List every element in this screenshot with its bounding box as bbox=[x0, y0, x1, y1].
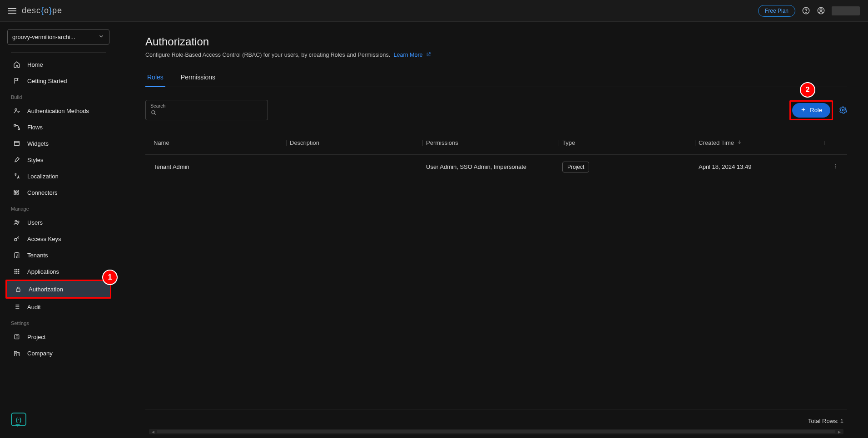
search-label: Search bbox=[150, 103, 263, 108]
apps-icon bbox=[13, 267, 21, 276]
svg-point-27 bbox=[835, 167, 836, 168]
page-subtitle-text: Configure Role-Based Access Control (RBA… bbox=[145, 52, 390, 58]
total-rows: Total Rows: 1 bbox=[145, 409, 847, 429]
tab-roles[interactable]: Roles bbox=[145, 69, 165, 87]
callout-badge-2: 2 bbox=[800, 82, 815, 98]
user-name-pill[interactable] bbox=[832, 6, 860, 15]
th-name[interactable]: Name bbox=[150, 135, 286, 151]
svg-point-4 bbox=[15, 108, 17, 110]
sidebar-item-company[interactable]: Company bbox=[5, 345, 111, 361]
sidebar-item-label: Authentication Methods bbox=[27, 108, 89, 114]
help-icon[interactable] bbox=[802, 6, 810, 15]
svg-point-10 bbox=[18, 221, 19, 222]
learn-more-link[interactable]: Learn More bbox=[394, 52, 423, 58]
td-type: Project bbox=[559, 161, 695, 173]
tabs: Roles Permissions bbox=[145, 69, 847, 87]
svg-rect-13 bbox=[16, 269, 18, 271]
svg-rect-15 bbox=[15, 271, 16, 272]
sidebar-item-label: Connectors bbox=[27, 189, 57, 196]
svg-rect-6 bbox=[14, 125, 15, 126]
account-icon[interactable] bbox=[817, 6, 825, 15]
th-type[interactable]: Type bbox=[559, 135, 695, 151]
sidebar-item-project[interactable]: Project bbox=[5, 329, 111, 345]
sidebar: groovy-vermilion-archi... Home Getting S… bbox=[0, 22, 117, 438]
flag-icon bbox=[13, 77, 21, 85]
topbar-left: desc{o}pe bbox=[8, 6, 62, 15]
external-link-icon bbox=[426, 52, 431, 58]
lock-icon bbox=[14, 285, 22, 293]
sidebar-item-label: Users bbox=[27, 219, 43, 226]
building-icon bbox=[13, 251, 21, 259]
flows-icon bbox=[13, 123, 21, 131]
person-key-icon bbox=[13, 107, 21, 115]
row-menu-icon[interactable] bbox=[824, 160, 843, 173]
search-box[interactable]: Search bbox=[145, 100, 268, 120]
topbar-right: Free Plan bbox=[758, 5, 860, 17]
scroll-right-icon[interactable]: ► bbox=[835, 429, 843, 434]
table-settings-icon[interactable] bbox=[839, 106, 847, 114]
translate-icon bbox=[13, 172, 21, 180]
td-permissions: User Admin, SSO Admin, Impersonate bbox=[422, 161, 559, 173]
th-created-time[interactable]: Created Time bbox=[695, 135, 824, 151]
puzzle-icon bbox=[13, 188, 21, 197]
sidebar-item-label: Widgets bbox=[27, 140, 49, 147]
sidebar-item-label: Flows bbox=[27, 124, 43, 131]
layout: groovy-vermilion-archi... Home Getting S… bbox=[0, 22, 868, 438]
callout-badge-1: 1 bbox=[102, 270, 118, 285]
svg-rect-16 bbox=[16, 271, 18, 272]
free-plan-button[interactable]: Free Plan bbox=[758, 5, 795, 17]
sidebar-item-styles[interactable]: Styles bbox=[5, 152, 111, 168]
tab-permissions[interactable]: Permissions bbox=[179, 69, 217, 87]
project-select[interactable]: groovy-vermilion-archi... bbox=[7, 29, 109, 45]
th-actions bbox=[824, 138, 843, 148]
page-subtitle: Configure Role-Based Access Control (RBA… bbox=[145, 52, 847, 58]
search-input[interactable] bbox=[159, 110, 263, 117]
scroll-left-icon[interactable]: ◄ bbox=[149, 429, 157, 434]
svg-rect-21 bbox=[16, 289, 20, 291]
sidebar-item-audit[interactable]: Audit bbox=[5, 299, 111, 315]
company-icon bbox=[13, 349, 21, 357]
sidebar-item-home[interactable]: Home bbox=[5, 56, 111, 73]
key-icon bbox=[13, 235, 21, 243]
sidebar-item-auth-methods[interactable]: Authentication Methods bbox=[5, 103, 111, 119]
sidebar-item-label: Tenants bbox=[27, 252, 48, 259]
svg-rect-20 bbox=[18, 273, 20, 274]
sidebar-item-access-keys[interactable]: Access Keys bbox=[5, 231, 111, 247]
th-description[interactable]: Description bbox=[286, 135, 422, 151]
sidebar-section-manage: Manage bbox=[4, 201, 113, 214]
svg-point-24 bbox=[842, 109, 844, 111]
type-badge: Project bbox=[562, 162, 589, 172]
sidebar-item-getting-started[interactable]: Getting Started bbox=[5, 73, 111, 89]
sidebar-item-tenants[interactable]: Tenants bbox=[5, 247, 111, 263]
chevron-down-icon bbox=[98, 33, 104, 41]
svg-point-26 bbox=[835, 166, 836, 167]
svg-point-5 bbox=[18, 111, 19, 113]
th-permissions[interactable]: Permissions bbox=[422, 135, 559, 151]
scroll-track[interactable] bbox=[157, 430, 835, 433]
sidebar-item-authorization[interactable]: Authorization bbox=[5, 280, 111, 299]
chat-widget-icon[interactable]: (·) bbox=[11, 413, 26, 426]
sidebar-item-widgets[interactable]: Widgets bbox=[5, 135, 111, 152]
add-role-button[interactable]: Role bbox=[792, 103, 830, 118]
sidebar-item-label: Authorization bbox=[29, 286, 63, 293]
search-icon bbox=[150, 109, 157, 117]
sidebar-item-label: Audit bbox=[27, 304, 41, 310]
project-name: groovy-vermilion-archi... bbox=[12, 34, 75, 40]
home-icon bbox=[13, 60, 21, 69]
toolbar: Search 2 Role bbox=[145, 100, 847, 120]
sidebar-item-label: Getting Started bbox=[27, 78, 67, 84]
svg-rect-17 bbox=[18, 271, 20, 272]
logo: desc{o}pe bbox=[22, 6, 62, 15]
sidebar-item-label: Home bbox=[27, 61, 43, 68]
sidebar-item-connectors[interactable]: Connectors bbox=[5, 184, 111, 201]
sidebar-section-settings: Settings bbox=[4, 315, 113, 329]
sidebar-item-localization[interactable]: Localization bbox=[5, 168, 111, 184]
sidebar-item-users[interactable]: Users bbox=[5, 214, 111, 231]
svg-rect-7 bbox=[18, 128, 20, 129]
list-icon bbox=[13, 303, 21, 311]
table-row[interactable]: Tenant Admin User Admin, SSO Admin, Impe… bbox=[145, 155, 847, 179]
horizontal-scrollbar[interactable]: ◄ ► bbox=[149, 429, 843, 434]
sidebar-item-applications[interactable]: Applications bbox=[5, 263, 111, 280]
hamburger-menu-icon[interactable] bbox=[8, 8, 16, 14]
sidebar-item-flows[interactable]: Flows bbox=[5, 119, 111, 135]
